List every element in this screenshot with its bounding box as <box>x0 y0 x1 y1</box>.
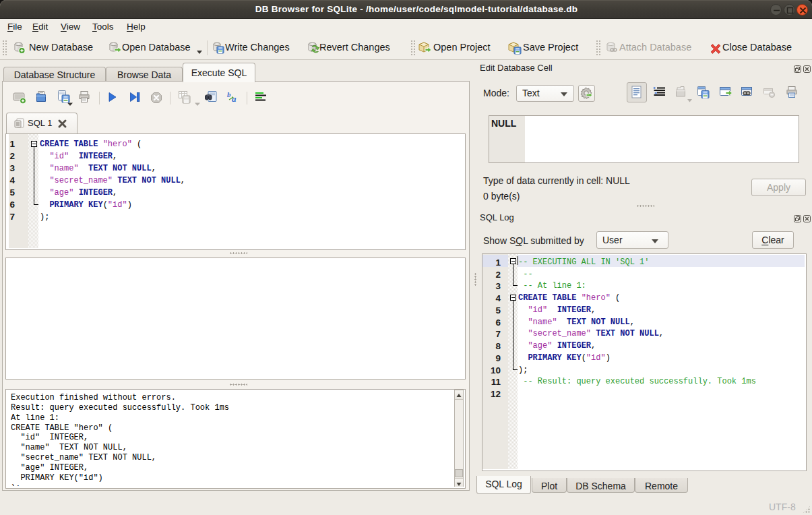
svg-text:b: b <box>227 91 231 98</box>
svg-text:a: a <box>232 94 237 104</box>
